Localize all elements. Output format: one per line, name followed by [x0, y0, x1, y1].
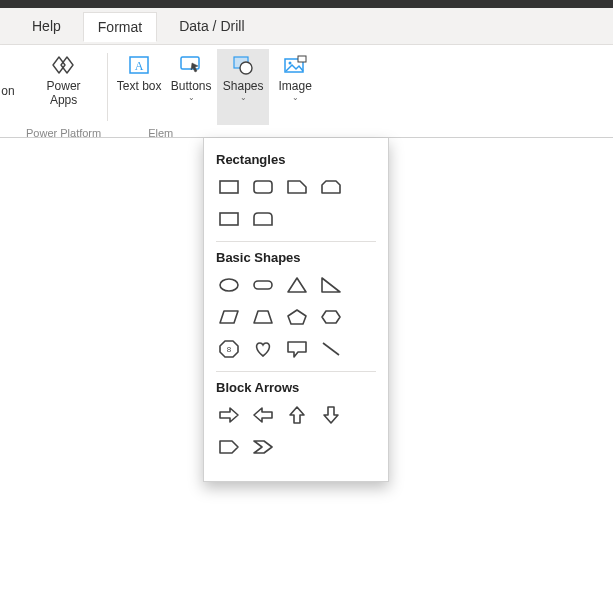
- tab-data-drill[interactable]: Data / Drill: [165, 12, 258, 40]
- buttons-icon: [177, 53, 205, 77]
- canvas-area: Rectangles: [0, 138, 613, 591]
- svg-rect-9: [254, 181, 272, 193]
- image-button[interactable]: Image ⌄: [269, 49, 321, 125]
- shapes-label: Shapes: [223, 79, 264, 93]
- image-caret-icon: ⌄: [292, 94, 299, 102]
- shape-rounded-top-rectangle[interactable]: [216, 207, 242, 231]
- buttons-caret-icon: ⌄: [188, 94, 195, 102]
- shape-pentagon-arrow[interactable]: [216, 435, 242, 459]
- shape-arrow-down[interactable]: [318, 403, 344, 427]
- shape-rounded-all-rectangle[interactable]: [250, 207, 276, 231]
- svg-rect-8: [220, 181, 238, 193]
- shape-rectangle[interactable]: [216, 175, 242, 199]
- tab-help[interactable]: Help: [18, 12, 75, 40]
- shape-arrow-right[interactable]: [216, 403, 242, 427]
- ribbon-cutoff-label: on: [1, 84, 14, 98]
- text-box-icon: A: [125, 53, 153, 77]
- shape-oval[interactable]: [216, 273, 242, 297]
- svg-rect-7: [298, 56, 306, 62]
- power-apps-icon: [50, 53, 78, 77]
- image-icon: [281, 53, 309, 77]
- shape-pill[interactable]: [250, 273, 276, 297]
- svg-point-6: [289, 62, 292, 65]
- shape-line[interactable]: [318, 337, 344, 361]
- shape-hexagon[interactable]: [318, 305, 344, 329]
- rectangles-title: Rectangles: [216, 152, 376, 167]
- buttons-button[interactable]: Buttons ⌄: [165, 49, 217, 125]
- shape-parallelogram[interactable]: [216, 305, 242, 329]
- ribbon-tabs: Help Format Data / Drill: [0, 8, 613, 45]
- svg-line-14: [323, 343, 339, 355]
- shape-rounded-rectangle[interactable]: [250, 175, 276, 199]
- shape-arrow-up[interactable]: [284, 403, 310, 427]
- ribbon-cutoff-left: on: [0, 45, 20, 137]
- svg-point-11: [220, 279, 238, 291]
- text-box-button[interactable]: A Text box: [113, 49, 165, 125]
- tab-format[interactable]: Format: [83, 12, 157, 42]
- svg-rect-12: [254, 281, 272, 289]
- svg-rect-10: [220, 213, 238, 225]
- shapes-icon: [229, 53, 257, 77]
- ribbon-group-power-platform: Power Apps Power Platform: [20, 45, 107, 137]
- power-apps-button[interactable]: Power Apps: [32, 49, 96, 125]
- svg-rect-2: [181, 57, 199, 69]
- shape-speech-bubble[interactable]: [284, 337, 310, 361]
- shape-octagon[interactable]: 8: [216, 337, 242, 361]
- shapes-button[interactable]: Shapes ⌄: [217, 49, 269, 125]
- shape-snip-same-side[interactable]: [318, 175, 344, 199]
- text-box-label: Text box: [117, 79, 162, 93]
- svg-text:A: A: [135, 59, 144, 73]
- shape-heart[interactable]: [250, 337, 276, 361]
- shape-right-triangle[interactable]: [318, 273, 344, 297]
- dropdown-section-rectangles: Rectangles: [216, 152, 376, 242]
- shape-chevron-arrow[interactable]: [250, 435, 276, 459]
- svg-point-4: [240, 62, 252, 74]
- window-titlebar: [0, 0, 613, 8]
- basic-shapes-title: Basic Shapes: [216, 250, 376, 265]
- dropdown-section-basic-shapes: Basic Shapes: [216, 250, 376, 372]
- shape-snip-single-corner[interactable]: [284, 175, 310, 199]
- shape-arrow-left[interactable]: [250, 403, 276, 427]
- shape-pentagon[interactable]: [284, 305, 310, 329]
- shapes-caret-icon: ⌄: [240, 94, 247, 102]
- power-apps-label: Power Apps: [34, 79, 94, 107]
- ribbon-bar: on Power Apps Power Platform: [0, 45, 613, 138]
- dropdown-section-block-arrows: Block Arrows: [216, 380, 376, 459]
- ribbon-group-elements: A Text box Buttons ⌄: [107, 45, 327, 137]
- buttons-label: Buttons: [171, 79, 212, 93]
- shape-triangle[interactable]: [284, 273, 310, 297]
- shapes-dropdown: Rectangles: [203, 138, 389, 482]
- shape-trapezoid[interactable]: [250, 305, 276, 329]
- block-arrows-title: Block Arrows: [216, 380, 376, 395]
- image-label: Image: [279, 79, 312, 93]
- svg-text:8: 8: [227, 345, 232, 354]
